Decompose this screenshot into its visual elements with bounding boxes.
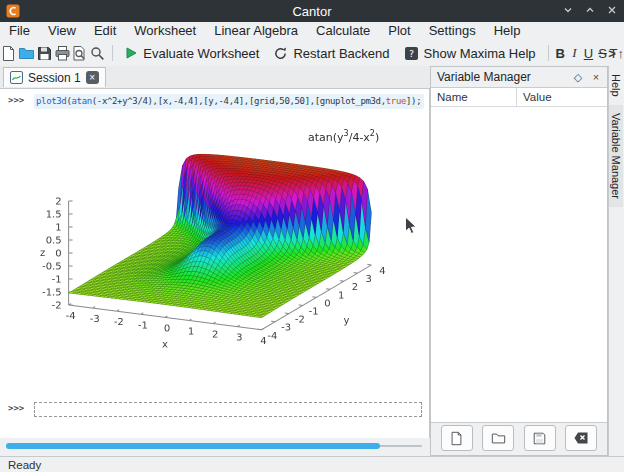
- maximize-button[interactable]: [584, 4, 596, 16]
- print-preview-button[interactable]: [71, 41, 89, 65]
- command-field[interactable]: plot3d(atan(-x^2+y^3/4),[x,-4,4],[y,-4,4…: [34, 94, 424, 109]
- menu-item-file[interactable]: File: [0, 22, 39, 40]
- search-icon: [89, 45, 106, 62]
- new-document-icon: [449, 431, 464, 446]
- command-text: plot3d(atan(-x^2+y^3/4),[x,-4,4],[y,-4,4…: [36, 96, 421, 106]
- status-text: Ready: [8, 459, 41, 471]
- tab-close-icon[interactable]: ×: [86, 71, 99, 84]
- print-button[interactable]: [53, 41, 71, 65]
- tabbar: Session 1 ×: [0, 66, 430, 89]
- variable-table: Name Value: [431, 87, 607, 423]
- show-maxima-help-button[interactable]: ? Show Maxima Help: [397, 41, 543, 65]
- float-panel-icon[interactable]: ◇: [571, 70, 585, 84]
- command-segment: (-x^2+y^3/4),[x,-4,4],[y,-4,4],[grid,50,…: [92, 96, 386, 106]
- menu-item-view[interactable]: View: [39, 22, 85, 40]
- new-worksheet-button[interactable]: [0, 41, 18, 65]
- toolbar-separator: [548, 45, 549, 61]
- panel-header: Variable Manager ◇ ×: [431, 67, 607, 87]
- command-row: >>> plot3d(atan(-x^2+y^3/4),[x,-4,4],[y,…: [0, 94, 429, 110]
- new-variable-button[interactable]: [441, 425, 473, 451]
- bold-button[interactable]: B: [553, 42, 567, 64]
- annotation-text: atan(y: [308, 131, 344, 144]
- find-button[interactable]: [89, 41, 107, 65]
- menubar: File View Edit Worksheet Linear Algebra …: [0, 22, 624, 40]
- save-icon: [532, 431, 547, 446]
- open-worksheet-button[interactable]: [18, 41, 36, 65]
- restart-icon: [273, 46, 288, 61]
- panel-title: Variable Manager: [437, 70, 571, 84]
- plot-annotation: atan(y3/4-x2): [308, 129, 379, 144]
- open-folder-icon: [18, 45, 35, 62]
- table-header: Name Value: [431, 88, 607, 107]
- minimize-button[interactable]: [562, 4, 574, 16]
- print-preview-icon: [71, 45, 88, 62]
- horizontal-scrollbar: [0, 438, 430, 454]
- close-panel-icon[interactable]: ×: [589, 70, 603, 84]
- variable-manager-panel: Variable Manager ◇ × Name Value: [430, 66, 608, 456]
- restart-label: Restart Backend: [293, 46, 389, 61]
- titlebar[interactable]: Cantor: [0, 0, 624, 22]
- load-variables-button[interactable]: [482, 425, 514, 451]
- tab-session-1[interactable]: Session 1 ×: [3, 67, 106, 87]
- statusbar: Ready: [0, 456, 624, 472]
- window-title: Cantor: [0, 4, 624, 19]
- plot3d-canvas: [36, 117, 428, 397]
- column-header-value[interactable]: Value: [517, 88, 552, 106]
- command-segment: true: [386, 96, 406, 106]
- restart-backend-button[interactable]: Restart Backend: [266, 41, 396, 65]
- entry-row: >>>: [0, 402, 429, 420]
- maxima-help-icon: ?: [404, 46, 419, 61]
- menu-item-plot[interactable]: Plot: [379, 22, 419, 40]
- prompt: >>>: [8, 95, 24, 105]
- clear-variables-button[interactable]: [565, 425, 597, 451]
- close-button[interactable]: [606, 4, 618, 16]
- printer-icon: [54, 45, 71, 62]
- italic-button[interactable]: I: [567, 42, 581, 64]
- evaluate-label: Evaluate Worksheet: [143, 46, 259, 61]
- evaluate-worksheet-button[interactable]: Evaluate Worksheet: [117, 41, 266, 65]
- new-document-icon: [0, 45, 17, 62]
- clear-icon: [573, 431, 589, 445]
- annotation-text: /4-x: [349, 131, 370, 144]
- save-worksheet-button[interactable]: [36, 41, 54, 65]
- command-segment: ]);: [406, 96, 421, 106]
- toolbar-overflow-button[interactable]: >: [604, 44, 620, 62]
- cantor-window: Cantor File View Edit Worksheet Linear A…: [0, 0, 624, 472]
- underline-button[interactable]: U: [581, 42, 595, 64]
- save-icon: [36, 45, 53, 62]
- menu-item-help[interactable]: Help: [485, 22, 530, 40]
- save-variables-button[interactable]: [524, 425, 556, 451]
- command-segment: atan: [72, 96, 92, 106]
- side-tab-help[interactable]: Help: [609, 66, 623, 105]
- command-entry[interactable]: [34, 402, 422, 417]
- side-tab-variable-manager[interactable]: Variable Manager: [609, 105, 623, 207]
- maxima-help-label: Show Maxima Help: [424, 46, 536, 61]
- scrollbar-thumb[interactable]: [6, 443, 380, 449]
- prompt: >>>: [8, 403, 24, 413]
- panel-buttons: [431, 425, 607, 451]
- folder-icon: [491, 431, 506, 446]
- svg-text:?: ?: [409, 48, 414, 59]
- command-segment: plot3d: [36, 96, 66, 106]
- side-tab-strip: Help Variable Manager: [608, 66, 624, 456]
- worksheet: >>> plot3d(atan(-x^2+y^3/4),[x,-4,4],[y,…: [0, 89, 430, 438]
- evaluate-icon: [124, 46, 138, 60]
- menu-item-settings[interactable]: Settings: [420, 22, 485, 40]
- menu-item-calculate[interactable]: Calculate: [307, 22, 379, 40]
- session-icon: [10, 71, 23, 84]
- tab-label: Session 1: [28, 71, 81, 85]
- menu-item-edit[interactable]: Edit: [85, 22, 125, 40]
- annotation-text: ): [375, 131, 379, 144]
- menu-item-worksheet[interactable]: Worksheet: [125, 22, 205, 40]
- column-header-name[interactable]: Name: [431, 88, 517, 106]
- menu-item-linear-algebra[interactable]: Linear Algebra: [205, 22, 307, 40]
- toolbar: Evaluate Worksheet Restart Backend ? Sho…: [0, 40, 624, 66]
- toolbar-separator: [112, 45, 113, 61]
